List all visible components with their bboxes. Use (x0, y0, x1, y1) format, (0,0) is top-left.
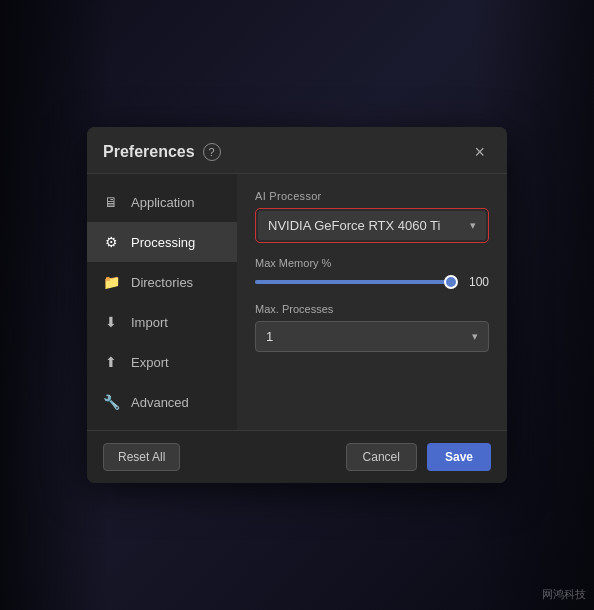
sidebar-item-advanced[interactable]: 🔧 Advanced (87, 382, 237, 422)
directories-icon: 📁 (101, 272, 121, 292)
title-left: Preferences ? (103, 143, 221, 161)
content-area: AI Processor NVIDIA GeForce RTX 4060 Ti … (237, 174, 507, 430)
save-button[interactable]: Save (427, 443, 491, 471)
sidebar-item-directories-label: Directories (131, 275, 193, 290)
slider-row: 100 (255, 275, 489, 289)
max-memory-value: 100 (461, 275, 489, 289)
processes-chevron-icon: ▾ (472, 330, 478, 343)
sidebar-item-advanced-label: Advanced (131, 395, 189, 410)
preferences-dialog: Preferences ? × 🖥 Application ⚙ Processi… (87, 127, 507, 483)
chevron-down-icon: ▾ (470, 219, 476, 232)
max-processes-label: Max. Processes (255, 303, 489, 315)
sidebar: 🖥 Application ⚙ Processing 📁 Directories… (87, 174, 237, 430)
memory-slider-track[interactable] (255, 280, 451, 284)
sidebar-item-export-label: Export (131, 355, 169, 370)
help-badge[interactable]: ? (203, 143, 221, 161)
ai-processor-field: AI Processor NVIDIA GeForce RTX 4060 Ti … (255, 190, 489, 243)
sidebar-item-import-label: Import (131, 315, 168, 330)
processing-icon: ⚙ (101, 232, 121, 252)
sidebar-item-import[interactable]: ⬇ Import (87, 302, 237, 342)
sidebar-item-export[interactable]: ⬆ Export (87, 342, 237, 382)
advanced-icon: 🔧 (101, 392, 121, 412)
application-icon: 🖥 (101, 192, 121, 212)
sidebar-item-directories[interactable]: 📁 Directories (87, 262, 237, 302)
sidebar-item-application[interactable]: 🖥 Application (87, 182, 237, 222)
ai-processor-label: AI Processor (255, 190, 489, 202)
ai-processor-select[interactable]: NVIDIA GeForce RTX 4060 Ti ▾ (258, 211, 486, 240)
max-memory-label: Max Memory % (255, 257, 489, 269)
ai-processor-value: NVIDIA GeForce RTX 4060 Ti (268, 218, 440, 233)
import-icon: ⬇ (101, 312, 121, 332)
ai-processor-select-wrapper: NVIDIA GeForce RTX 4060 Ti ▾ (255, 208, 489, 243)
memory-slider-thumb (444, 275, 458, 289)
memory-slider-fill (255, 280, 451, 284)
max-processes-select[interactable]: 1 ▾ (255, 321, 489, 352)
export-icon: ⬆ (101, 352, 121, 372)
footer-right-buttons: Cancel Save (346, 443, 491, 471)
dialog-title: Preferences (103, 143, 195, 161)
dialog-body: 🖥 Application ⚙ Processing 📁 Directories… (87, 174, 507, 430)
dialog-titlebar: Preferences ? × (87, 127, 507, 174)
max-memory-field: Max Memory % 100 (255, 257, 489, 289)
sidebar-item-application-label: Application (131, 195, 195, 210)
max-processes-field: Max. Processes 1 ▾ (255, 303, 489, 352)
reset-all-button[interactable]: Reset All (103, 443, 180, 471)
sidebar-item-processing[interactable]: ⚙ Processing (87, 222, 237, 262)
cancel-button[interactable]: Cancel (346, 443, 417, 471)
watermark: 网鸿科技 (542, 587, 586, 602)
max-processes-value: 1 (266, 329, 273, 344)
close-button[interactable]: × (468, 141, 491, 163)
sidebar-item-processing-label: Processing (131, 235, 195, 250)
dialog-footer: Reset All Cancel Save (87, 430, 507, 483)
